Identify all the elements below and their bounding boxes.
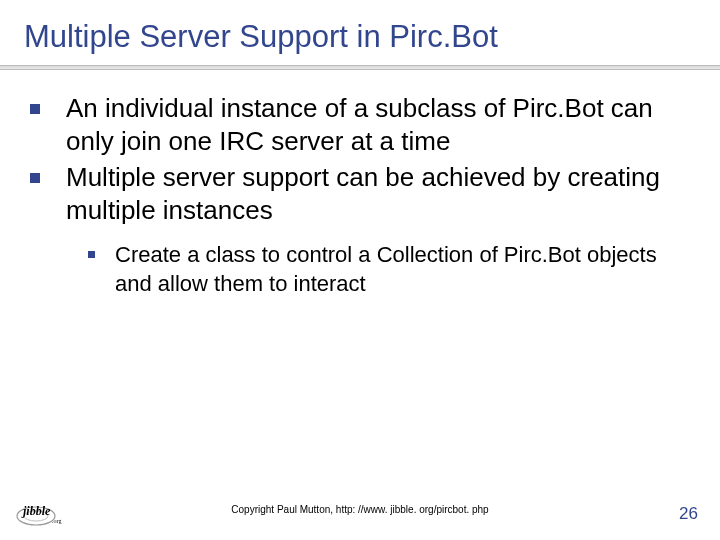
bullet-text: An individual instance of a subclass of … [66,92,690,159]
slide: Multiple Server Support in Pirc.Bot An i… [0,0,720,540]
page-number: 26 [679,504,698,524]
slide-title: Multiple Server Support in Pirc.Bot [24,18,696,55]
bullet-square-icon [88,251,95,258]
bullet-square-icon [30,104,40,114]
logo: jibble .org [16,496,72,526]
logo-text: jibble [21,504,51,518]
logo-subtext: .org [52,518,61,524]
content-area: An individual instance of a subclass of … [24,92,696,298]
footer: jibble .org Copyright Paul Mutton, http:… [0,492,720,526]
title-divider [0,65,720,70]
jibble-logo-icon: jibble .org [16,496,72,526]
copyright-text: Copyright Paul Mutton, http: //www. jibb… [231,504,488,515]
bullet-text: Multiple server support can be achieved … [66,161,690,228]
sub-bullet-text: Create a class to control a Collection o… [115,241,690,298]
bullet-item: An individual instance of a subclass of … [30,92,690,159]
bullet-square-icon [30,173,40,183]
bullet-item: Multiple server support can be achieved … [30,161,690,228]
sub-bullet-item: Create a class to control a Collection o… [88,241,690,298]
